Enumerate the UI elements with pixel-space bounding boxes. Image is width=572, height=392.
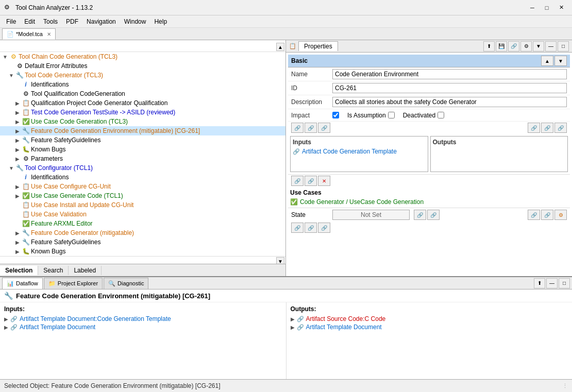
inputs-item-0[interactable]: 🔗 Artifact Code Generation Template: [293, 148, 426, 155]
state-right-btn-3[interactable]: ⚙: [554, 210, 567, 220]
section-down-btn[interactable]: ▼: [554, 56, 567, 66]
menu-item-pdf[interactable]: PDF: [62, 17, 82, 26]
state-action-btn-3[interactable]: 🔗: [318, 223, 330, 233]
menu-item-help[interactable]: Help: [150, 17, 171, 26]
tree-node-feature-safety[interactable]: ▶ 🔧 Feature SafetyGuidelines: [0, 135, 285, 145]
expand-icon-12[interactable]: ▼: [8, 165, 14, 171]
tree-node-feature-code-gen[interactable]: ▶ 🔧 Feature Code Generator (mitigatable): [0, 228, 285, 237]
tree-node-use-case-tcl3[interactable]: ▶ ✅ Use Case Code Generation (TCL3): [0, 117, 285, 126]
tree-node-use-case-generate[interactable]: ▶ ✅ Use Case Generate Code (TCL1): [0, 191, 285, 200]
section-up-btn[interactable]: ▲: [541, 56, 553, 66]
expand-icon-11[interactable]: ▶: [14, 156, 21, 162]
menu-item-edit[interactable]: Edit: [20, 17, 39, 26]
tree-node-use-case-validation[interactable]: 📋 Use Case Validation: [0, 210, 285, 219]
expand-icon-6[interactable]: ▶: [14, 109, 21, 115]
tab-close-button[interactable]: ✕: [47, 31, 51, 37]
deactivated-checkbox[interactable]: [438, 112, 444, 118]
props-toolbar-btn6[interactable]: —: [545, 41, 557, 52]
name-input[interactable]: [332, 69, 567, 79]
expand-icon-21[interactable]: ▶: [14, 248, 21, 254]
model-tab[interactable]: 📄 *Model.tca ✕: [2, 28, 56, 40]
tab-search[interactable]: Search: [38, 266, 69, 275]
props-toolbar-btn2[interactable]: 💾: [496, 41, 507, 52]
io-btn-2[interactable]: 🔗: [305, 176, 317, 186]
tab-labeled[interactable]: Labeled: [69, 266, 102, 275]
state-action-btn-1[interactable]: 🔗: [291, 223, 304, 233]
tree-node-parameters[interactable]: ▶ ⚙ Parameters: [0, 154, 285, 163]
state-input[interactable]: [332, 210, 410, 220]
props-toolbar-btn5[interactable]: ▼: [533, 41, 544, 52]
tree-node-known-bugs-2[interactable]: ▶ 🐛 Known Bugs: [0, 247, 285, 256]
bottom-maximize-btn[interactable]: ⬆: [534, 278, 545, 288]
is-assumption-checkbox[interactable]: [388, 112, 395, 118]
restore-button[interactable]: □: [540, 3, 553, 13]
bottom-output-item-1[interactable]: ▶ 🔗 Artifact Template Document: [291, 323, 568, 331]
state-action-btn-2[interactable]: 🔗: [305, 223, 317, 233]
state-right-btn-2[interactable]: 🔗: [541, 210, 553, 220]
state-btn-2[interactable]: 🔗: [427, 210, 440, 220]
bottom-output-item-0[interactable]: ▶ 🔗 Artifact Source Code:C Code: [291, 315, 568, 323]
tab-dataflow[interactable]: 📊 Dataflow: [2, 278, 43, 289]
io-btn-3[interactable]: ✕: [318, 176, 330, 186]
tree-node-known-bugs-1[interactable]: ▶ 🐛 Known Bugs: [0, 145, 285, 154]
tree-node-feature-safety-2[interactable]: ▶ 🔧 Feature SafetyGuidelines: [0, 237, 285, 247]
bottom-max-btn[interactable]: □: [559, 278, 570, 288]
tab-diagnostic[interactable]: 🔍 Diagnostic: [104, 278, 148, 289]
expand-icon-14[interactable]: ▶: [14, 183, 21, 190]
expand-icon-10[interactable]: ▶: [14, 146, 21, 152]
use-case-item-0[interactable]: ✅ Code Generator / UseCase Code Generati…: [290, 198, 568, 206]
menu-item-window[interactable]: Window: [120, 17, 150, 26]
tree-node-tool-chain[interactable]: ▼ ⚙ Tool Chain Code Generation (TCL3): [0, 52, 285, 61]
expand-icon-5[interactable]: ▶: [14, 100, 21, 106]
expand-icon-0[interactable]: ▼: [2, 54, 8, 60]
props-toolbar-btn1[interactable]: ⬆: [483, 41, 495, 52]
impact-checkbox[interactable]: [332, 112, 339, 118]
tree-node-default-error[interactable]: ⚙ Default Error Attributes: [0, 61, 285, 71]
tree-node-qual-project[interactable]: ▶ 📋 Qualification Project Code Generator…: [0, 98, 285, 108]
tree-scroll-up[interactable]: ▲: [276, 43, 284, 51]
menu-item-file[interactable]: File: [2, 17, 20, 26]
expand-icon-8[interactable]: ▶: [14, 128, 21, 134]
expand-icon-2[interactable]: ▼: [8, 72, 14, 78]
tab-project-explorer[interactable]: 📁 Project Explorer: [44, 278, 103, 289]
link-btn-6[interactable]: 🔗: [554, 123, 567, 133]
tree-node-tool-code-generator[interactable]: ▼ 🔧 Tool Code Generator (TCL3): [0, 71, 285, 80]
expand-icon-20[interactable]: ▶: [14, 239, 21, 245]
link-btn-2[interactable]: 🔗: [305, 123, 317, 133]
tree-node-identifications-2[interactable]: i Identifications: [0, 173, 285, 182]
properties-tab[interactable]: Properties: [298, 41, 338, 51]
props-toolbar-btn7[interactable]: □: [558, 41, 569, 52]
tree-node-feature-cg-env[interactable]: ▶ 🔧 Feature Code Generation Environment …: [0, 126, 285, 135]
minimize-button[interactable]: ─: [526, 3, 539, 13]
menu-item-navigation[interactable]: Navigation: [82, 17, 120, 26]
tree-node-tool-configurator[interactable]: ▼ 🔧 Tool Configurator (TCL1): [0, 163, 285, 173]
link-btn-1[interactable]: 🔗: [291, 123, 304, 133]
expand-icon-15[interactable]: ▶: [14, 193, 21, 199]
tree-node-test-code[interactable]: ▶ 📋 Test Code Generation TestSuite -> AS…: [0, 108, 285, 117]
expand-icon-9[interactable]: ▶: [14, 137, 21, 143]
state-right-btn-1[interactable]: 🔗: [528, 210, 540, 220]
tree-scroll-down[interactable]: ▼: [276, 257, 284, 264]
link-btn-3[interactable]: 🔗: [318, 123, 330, 133]
menu-item-tools[interactable]: Tools: [39, 17, 62, 26]
expand-icon-7[interactable]: ▶: [14, 118, 21, 125]
tree-node-feature-arxml[interactable]: ✅ Feature ARXML Editor: [0, 219, 285, 228]
id-input[interactable]: [332, 83, 567, 93]
expand-icon-19[interactable]: ▶: [14, 230, 21, 236]
link-btn-5[interactable]: 🔗: [541, 123, 553, 133]
bottom-min-btn[interactable]: —: [546, 278, 558, 288]
link-btn-4[interactable]: 🔗: [528, 123, 540, 133]
bottom-input-item-0[interactable]: ▶ 🔗 Artifact Template Document:Code Gene…: [4, 315, 282, 323]
close-button[interactable]: ✕: [554, 3, 568, 13]
io-btn-1[interactable]: 🔗: [291, 176, 304, 186]
tree-node-use-case-configure[interactable]: ▶ 📋 Use Case Configure CG-Unit: [0, 182, 285, 191]
tree-node-identifications[interactable]: i Identifications: [0, 80, 285, 89]
bottom-input-item-1[interactable]: ▶ 🔗 Artifact Template Document: [4, 323, 282, 331]
props-toolbar-btn4[interactable]: ⚙: [520, 41, 532, 52]
tree-node-use-case-install[interactable]: 📋 Use Case Install and Update CG-Unit: [0, 200, 285, 210]
tab-selection[interactable]: Selection: [0, 266, 38, 275]
state-btn-1[interactable]: 🔗: [414, 210, 426, 220]
description-input[interactable]: [332, 97, 567, 107]
tree-node-tool-qual[interactable]: ⚙ Tool Qualification CodeGeneration: [0, 89, 285, 98]
props-toolbar-btn3[interactable]: 🔗: [508, 41, 519, 52]
